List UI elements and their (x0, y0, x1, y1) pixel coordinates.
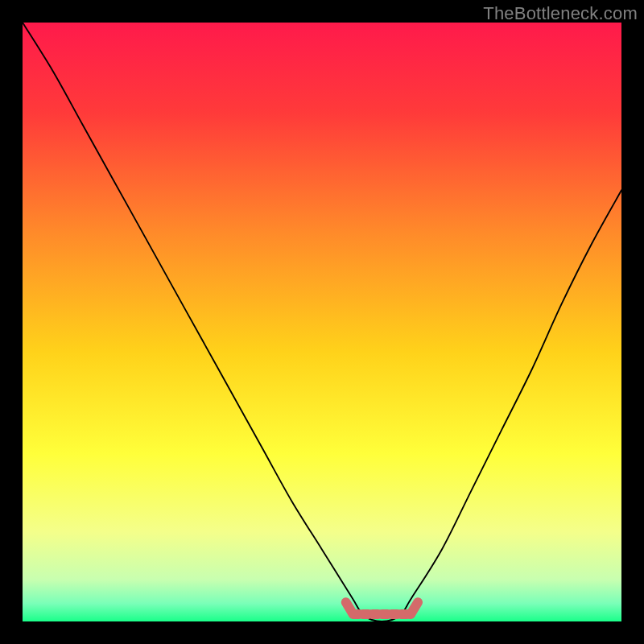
plot-area (23, 23, 621, 621)
watermark-text: TheBottleneck.com (483, 3, 638, 24)
curve-layer (23, 23, 621, 621)
chart-frame: TheBottleneck.com (0, 0, 644, 644)
bottleneck-curve (23, 23, 621, 621)
